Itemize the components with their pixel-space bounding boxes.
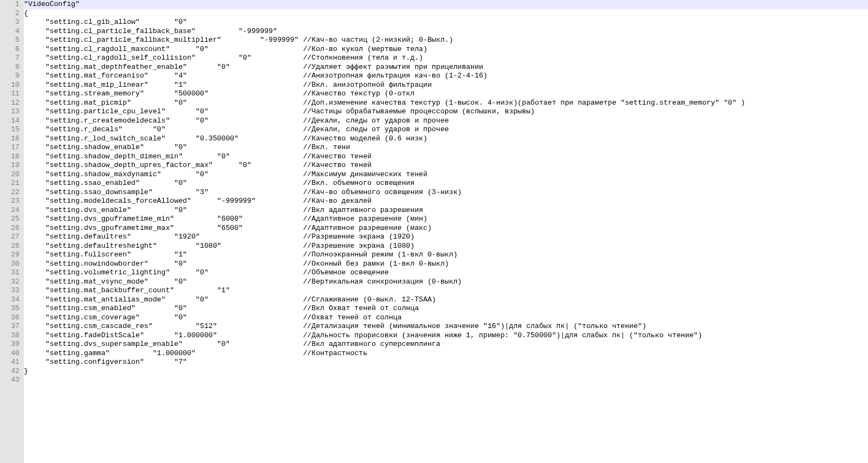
code-line[interactable]: "setting.cl_particle_fallback_base" "-99…: [24, 27, 868, 36]
line-number: 11: [0, 89, 20, 99]
code-line[interactable]: }: [24, 367, 868, 376]
line-number: 15: [0, 125, 20, 134]
line-number: 28: [0, 242, 20, 251]
line-number-gutter: 1234567891011121314151617181920212223242…: [0, 0, 24, 463]
line-number: 4: [0, 27, 20, 36]
code-line[interactable]: "setting.mat_vsync_mode" "0" //Вертикаль…: [24, 278, 868, 287]
code-line[interactable]: "setting.cl_ragdoll_self_collision" "0" …: [24, 54, 868, 63]
line-number: 3: [0, 18, 20, 27]
line-number: 7: [0, 54, 20, 63]
code-line[interactable]: "setting.dvs_gpuframetime_min" "6000" //…: [24, 215, 868, 224]
code-line[interactable]: "setting.ssao_downsample" "3" //Кач-во о…: [24, 188, 868, 197]
line-number: 37: [0, 322, 20, 331]
code-line[interactable]: "setting.nowindowborder" "0" //Оконный б…: [24, 260, 868, 269]
line-number: 31: [0, 268, 20, 278]
line-number: 26: [0, 224, 20, 233]
line-number: 35: [0, 304, 20, 313]
code-line[interactable]: "setting.r_lod_switch_scale" "0.350000" …: [24, 134, 868, 144]
line-number: 42: [0, 367, 20, 376]
line-number: 19: [0, 161, 20, 170]
code-line[interactable]: "setting.dvs_gpuframetime_max" "6500" //…: [24, 224, 868, 233]
code-line[interactable]: "setting.defaultres" "1920" //Разрешение…: [24, 233, 868, 242]
code-line[interactable]: "setting.fullscreen" "1" //Полноэкранный…: [24, 250, 868, 260]
code-line[interactable]: "setting.cl_ragdoll_maxcount" "0" //Кол-…: [24, 45, 868, 54]
code-editor[interactable]: 1234567891011121314151617181920212223242…: [0, 0, 868, 463]
code-line[interactable]: "setting.mat_antialias_mode" "0" //Сглаж…: [24, 295, 868, 305]
code-line[interactable]: "setting.dvs_supersample_enable" "0" //В…: [24, 340, 868, 349]
code-line[interactable]: "setting.mat_picmip" "0" //Доп.изменение…: [24, 99, 868, 108]
code-line[interactable]: "setting.cl_particle_fallback_multiplier…: [24, 36, 868, 45]
code-line[interactable]: "setting.csm_cascade_res" "512" //Детали…: [24, 322, 868, 331]
line-number: 17: [0, 143, 20, 152]
code-line[interactable]: "setting.fadeDistScale" "1.000000" //Дал…: [24, 331, 868, 340]
code-line[interactable]: "setting.shadow_depth_dimen_min" "0" //К…: [24, 152, 868, 162]
line-number: 23: [0, 197, 20, 206]
code-area[interactable]: "VideoConfig"{ "setting.cl_gib_allow" "0…: [24, 0, 868, 463]
line-number: 38: [0, 331, 20, 340]
line-number: 5: [0, 36, 20, 45]
code-line[interactable]: "setting.ssao_enabled" "0" //Вкл. объемн…: [24, 179, 868, 188]
line-number: 36: [0, 313, 20, 323]
line-number: 39: [0, 340, 20, 349]
code-line[interactable]: {: [24, 9, 868, 18]
line-number: 1: [0, 0, 20, 9]
code-line[interactable]: "setting.shadow_depth_upres_factor_max" …: [24, 161, 868, 170]
line-number: 2: [0, 9, 20, 18]
code-line[interactable]: "setting.volumetric_lighting" "0" //Объе…: [24, 268, 868, 278]
line-number: 30: [0, 260, 20, 269]
line-number: 14: [0, 117, 20, 126]
code-line[interactable]: "setting.mat_backbuffer_count" "1": [24, 286, 868, 295]
code-line[interactable]: "setting.csm_enabled" "0" //Вкл Охват те…: [24, 304, 868, 313]
code-line[interactable]: "setting.dvs_enable" "0" //Вкл адаптивно…: [24, 206, 868, 215]
line-number: 43: [0, 376, 20, 385]
code-line[interactable]: "setting.stream_memory" "500000" //Качес…: [24, 89, 868, 99]
code-line[interactable]: "setting.cl_gib_allow" "0": [24, 18, 868, 27]
code-line[interactable]: "setting.r_decals" "0" //Декали, следы о…: [24, 125, 868, 134]
code-line[interactable]: "setting.csm_coverage" "0" //Охват теней…: [24, 313, 868, 323]
line-number: 8: [0, 63, 20, 72]
line-number: 25: [0, 215, 20, 224]
line-number: 13: [0, 107, 20, 117]
line-number: 34: [0, 295, 20, 305]
line-number: 27: [0, 233, 20, 242]
line-number: 12: [0, 99, 20, 108]
line-number: 32: [0, 278, 20, 287]
code-line[interactable]: "setting.shadow_maxdynamic" "0" //Максим…: [24, 170, 868, 179]
line-number: 29: [0, 250, 20, 260]
code-line[interactable]: "setting.r_createmodeldecals" "0" //Дека…: [24, 117, 868, 126]
line-number: 21: [0, 179, 20, 188]
code-line[interactable]: "setting.modeldecals_forceAllowed" "-999…: [24, 197, 868, 206]
line-number: 10: [0, 81, 20, 90]
line-number: 22: [0, 188, 20, 197]
line-number: 6: [0, 45, 20, 54]
line-number: 16: [0, 134, 20, 144]
code-line[interactable]: "VideoConfig": [24, 0, 868, 9]
line-number: 9: [0, 72, 20, 81]
code-line[interactable]: [24, 376, 868, 385]
code-line[interactable]: "setting.shadow_enable" "0" //Вкл. тени: [24, 143, 868, 152]
code-line[interactable]: "setting.configversion" "7": [24, 358, 868, 367]
code-line[interactable]: "setting.particle_cpu_level" "0" //Части…: [24, 107, 868, 117]
code-line[interactable]: "setting.gamma" "1.000000" //Контрастнос…: [24, 349, 868, 358]
line-number: 33: [0, 286, 20, 295]
line-number: 24: [0, 206, 20, 215]
line-number: 18: [0, 152, 20, 162]
code-line[interactable]: "setting.mat_forceaniso" "4" //Анизотроп…: [24, 72, 868, 81]
code-line[interactable]: "setting.defaultresheight" "1080" //Разр…: [24, 242, 868, 251]
code-line[interactable]: "setting.mat_depthfeather_enable" "0" //…: [24, 63, 868, 72]
line-number: 20: [0, 170, 20, 179]
code-line[interactable]: "setting.mat_mip_linear" "1" //Вкл. аниз…: [24, 81, 868, 90]
line-number: 40: [0, 349, 20, 358]
line-number: 41: [0, 358, 20, 367]
